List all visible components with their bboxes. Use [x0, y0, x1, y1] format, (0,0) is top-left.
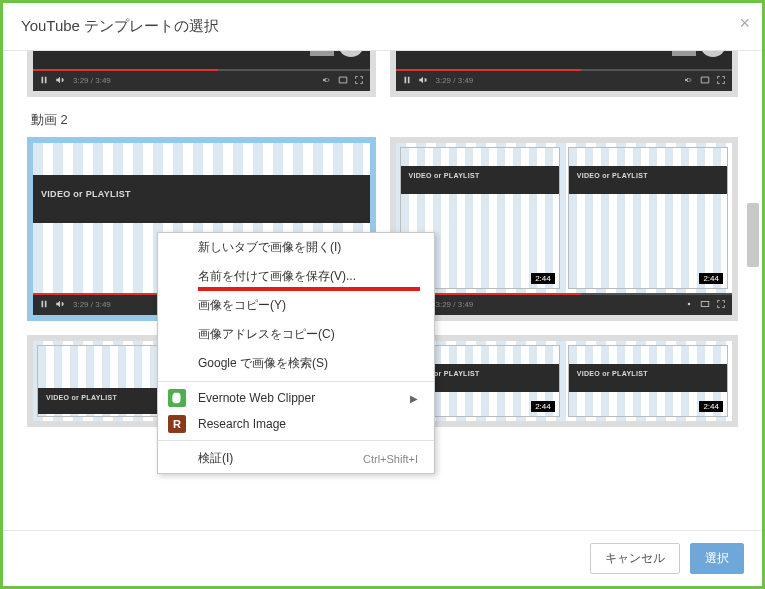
avatar-circle — [700, 51, 726, 57]
section-label-video2: 動画 2 — [31, 111, 734, 129]
ctx-separator — [158, 440, 434, 441]
edit-icon — [672, 51, 696, 56]
black-band — [569, 166, 727, 194]
annotation-redline — [198, 287, 420, 291]
time-display: 3:29 / 3:49 — [73, 76, 111, 85]
vop-label: VIDEO or PLAYLIST — [46, 394, 117, 401]
svg-point-1 — [688, 303, 691, 306]
theater-icon[interactable] — [700, 299, 710, 309]
vop-label: VIDEO or PLAYLIST — [41, 189, 131, 199]
template-item[interactable]: VIDEO or PLAYLIST 2:44 VIDEO or PLAYLIST… — [390, 335, 739, 427]
select-button[interactable]: 選択 — [690, 543, 744, 574]
black-band — [33, 175, 370, 223]
mini-thumb: VIDEO or PLAYLIST 2:44 — [568, 147, 728, 289]
settings-icon[interactable] — [322, 75, 332, 85]
avatar-circle — [338, 51, 364, 57]
progress-bar[interactable] — [396, 293, 733, 295]
svg-rect-2 — [701, 302, 709, 307]
ctx-inspect[interactable]: 検証(I) Ctrl+Shift+I — [158, 444, 434, 473]
progress-bar[interactable] — [396, 69, 733, 71]
thumbnail — [33, 51, 370, 69]
ctx-copy-image-address[interactable]: 画像アドレスをコピー(C) — [158, 320, 434, 349]
mini-thumb: VIDEO or PLAYLIST 2:44 — [568, 345, 728, 417]
scrollbar-thumb[interactable] — [747, 203, 759, 267]
ctx-label: 画像をコピー(Y) — [198, 297, 286, 314]
template-item[interactable]: 3:29 / 3:49 — [390, 51, 739, 97]
template-item[interactable]: VIDEO or PLAYLIST 2:44 VIDEO or PLAYLIST… — [390, 137, 739, 321]
theater-icon[interactable] — [338, 75, 348, 85]
ctx-label: Evernote Web Clipper — [198, 391, 315, 405]
thumb-top-controls — [672, 51, 726, 57]
evernote-icon — [168, 389, 186, 407]
edit-icon — [310, 51, 334, 56]
context-menu: 新しいタブで画像を開く(I) 名前を付けて画像を保存(V)... 画像をコピー(… — [157, 232, 435, 474]
research-image-icon: R — [168, 415, 186, 433]
ctx-evernote-clipper[interactable]: Evernote Web Clipper ▶ — [158, 385, 434, 411]
thumb-top-controls — [310, 51, 364, 57]
ctx-shortcut: Ctrl+Shift+I — [363, 453, 418, 465]
time-display: 3:29 / 3:49 — [436, 300, 474, 309]
ctx-open-new-tab[interactable]: 新しいタブで画像を開く(I) — [158, 233, 434, 262]
duration-badge: 2:44 — [531, 401, 555, 412]
submenu-arrow-icon: ▶ — [410, 393, 418, 404]
vop-label: VIDEO or PLAYLIST — [577, 370, 648, 377]
volume-icon[interactable] — [55, 299, 65, 309]
ctx-research-image[interactable]: R Research Image — [158, 411, 434, 437]
close-button[interactable]: × — [739, 13, 750, 34]
pause-icon[interactable] — [39, 75, 49, 85]
duration-badge: 2:44 — [699, 273, 723, 284]
thumbnail-grid: VIDEO or PLAYLIST 2:44 VIDEO or PLAYLIST… — [396, 143, 733, 293]
settings-icon[interactable] — [684, 75, 694, 85]
progress-bar[interactable] — [33, 69, 370, 71]
thumbnail — [396, 51, 733, 69]
pause-icon[interactable] — [402, 75, 412, 85]
fullscreen-icon[interactable] — [716, 299, 726, 309]
time-display: 3:29 / 3:49 — [73, 300, 111, 309]
duration-badge: 2:44 — [531, 273, 555, 284]
modal-footer: キャンセル 選択 — [3, 530, 762, 586]
vop-label: VIDEO or PLAYLIST — [409, 172, 480, 179]
ctx-label: 検証(I) — [198, 450, 233, 467]
ctx-label: Research Image — [198, 417, 286, 431]
volume-icon[interactable] — [418, 75, 428, 85]
vop-label: VIDEO or PLAYLIST — [577, 172, 648, 179]
template-item[interactable]: 3:29 / 3:49 — [27, 51, 376, 97]
template-row: 3:29 / 3:49 — [27, 51, 738, 97]
pause-icon[interactable] — [39, 299, 49, 309]
player-controls: 3:29 / 3:49 — [396, 293, 733, 315]
volume-icon[interactable] — [55, 75, 65, 85]
ctx-label: 画像アドレスをコピー(C) — [198, 326, 335, 343]
theater-icon[interactable] — [700, 75, 710, 85]
time-display: 3:29 / 3:49 — [436, 76, 474, 85]
ctx-search-google[interactable]: Google で画像を検索(S) — [158, 349, 434, 378]
modal-header: YouTube テンプレートの選択 × — [3, 3, 762, 51]
cancel-button[interactable]: キャンセル — [590, 543, 680, 574]
player-controls: 3:29 / 3:49 — [33, 69, 370, 91]
ctx-separator — [158, 381, 434, 382]
ctx-label: 名前を付けて画像を保存(V)... — [198, 268, 356, 285]
fullscreen-icon[interactable] — [716, 75, 726, 85]
black-band — [569, 364, 727, 392]
ctx-label: 新しいタブで画像を開く(I) — [198, 239, 341, 256]
fullscreen-icon[interactable] — [354, 75, 364, 85]
player-controls: 3:29 / 3:49 — [396, 69, 733, 91]
modal-title: YouTube テンプレートの選択 — [21, 17, 744, 36]
ctx-copy-image[interactable]: 画像をコピー(Y) — [158, 291, 434, 320]
settings-icon[interactable] — [684, 299, 694, 309]
ctx-label: Google で画像を検索(S) — [198, 355, 328, 372]
black-band — [401, 166, 559, 194]
thumbnail-grid: VIDEO or PLAYLIST 2:44 VIDEO or PLAYLIST… — [396, 341, 733, 421]
duration-badge: 2:44 — [699, 401, 723, 412]
